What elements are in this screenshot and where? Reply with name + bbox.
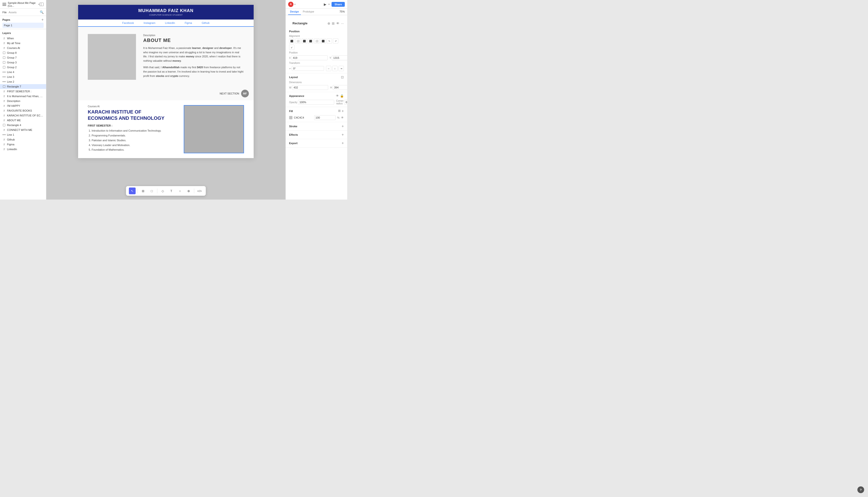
assets-tab[interactable]: Assets: [9, 11, 17, 14]
user-chevron-icon[interactable]: ▾: [294, 3, 296, 5]
element-icon-more[interactable]: ···: [341, 22, 344, 25]
project-chevron-icon[interactable]: ▾: [38, 3, 40, 5]
share-button[interactable]: Share: [332, 2, 345, 7]
nav-figma[interactable]: Figma: [185, 22, 192, 24]
layer-figma[interactable]: T Figma: [0, 142, 46, 147]
pos-x-input[interactable]: [292, 55, 328, 60]
courses-list: Introduction to Information and Communic…: [88, 128, 179, 152]
fill-visibility-icon[interactable]: 👁: [341, 116, 344, 119]
nav-linkedin[interactable]: LinkedIn: [165, 22, 175, 24]
layer-about-me[interactable]: T ABOUT ME: [0, 118, 46, 123]
visibility-icon[interactable]: 👁: [336, 94, 339, 98]
user-avatar[interactable]: A: [288, 2, 293, 7]
layer-karachi[interactable]: T KARACHI INSTITUE OF ECONOMICS: [0, 113, 46, 118]
layer-courses-at[interactable]: T Courses At: [0, 45, 46, 51]
add-page-button[interactable]: +: [41, 18, 44, 22]
project-name[interactable]: Sample About Me Page (Co...: [8, 1, 37, 7]
file-tab[interactable]: File: [2, 11, 7, 14]
ellipse-tool[interactable]: ○: [177, 187, 183, 194]
pages-section: Pages + Page 1: [0, 16, 46, 29]
nav-github[interactable]: Github: [201, 22, 209, 24]
align-tl-button[interactable]: ↖: [327, 38, 332, 44]
constrain-button[interactable]: ⇥: [338, 66, 344, 71]
height-field: H: [330, 85, 347, 90]
code-tool[interactable]: </>: [196, 187, 203, 194]
layer-rectangle7[interactable]: Rectangle 7: [0, 84, 46, 89]
width-input[interactable]: [292, 85, 328, 90]
search-icon[interactable]: 🔍: [40, 10, 44, 14]
courses-title: KARACHI INSTITUE OFECONOMICS AND TECHNOL…: [88, 109, 179, 121]
next-section-label[interactable]: NEXT SECTION: [220, 92, 239, 95]
add-fill-button[interactable]: +: [342, 109, 344, 113]
avatar: MF: [241, 90, 249, 97]
layer-line1[interactable]: Line 1: [0, 132, 46, 137]
canvas-area[interactable]: MUHAMMAD FAIZ KHAN COMPUTER SCIENCE STUD…: [46, 0, 285, 200]
text-icon: T: [2, 37, 6, 40]
align-bottom-button[interactable]: ⬛: [320, 38, 326, 44]
fill-style-icon[interactable]: ⊞: [338, 109, 341, 113]
fill-hex-value[interactable]: C4C4C4: [294, 116, 313, 119]
layer-group3[interactable]: Group 3: [0, 60, 46, 65]
layer-group7[interactable]: Group 7: [0, 55, 46, 60]
nav-facebook[interactable]: Facebook: [122, 22, 134, 24]
add-stroke-button[interactable]: +: [342, 124, 344, 128]
fill-color-swatch[interactable]: [289, 116, 293, 119]
layer-im-happy[interactable]: T I'M HAPPY: [0, 103, 46, 108]
rect-tool[interactable]: □: [149, 187, 155, 194]
layer-description[interactable]: T Description: [0, 99, 46, 103]
align-left-button[interactable]: ⬛: [289, 38, 294, 44]
share-dropdown-icon[interactable]: ▾: [328, 3, 330, 5]
layer-line2[interactable]: Line 2: [0, 79, 46, 84]
layer-group8[interactable]: Group 8: [0, 51, 46, 55]
layer-it-is[interactable]: T It is Muhammad Faiz Khan, a passiona..…: [0, 94, 46, 99]
align-bl-button[interactable]: ↙: [289, 45, 294, 50]
layer-linkedin[interactable]: T LinkedIn: [0, 147, 46, 152]
panel-toggle-icon[interactable]: [40, 3, 44, 6]
add-export-button[interactable]: +: [342, 141, 344, 145]
nav-instagram[interactable]: Instagram: [143, 22, 155, 24]
add-effect-button[interactable]: +: [342, 132, 344, 137]
pen-tool[interactable]: ◇: [159, 187, 166, 194]
layer-github[interactable]: T Github: [0, 137, 46, 142]
layout-resize-icon[interactable]: ⊡: [341, 75, 344, 79]
frame-tool[interactable]: ⊞: [140, 187, 146, 194]
layer-line3[interactable]: Line 3: [0, 74, 46, 79]
component-tool[interactable]: ⊕: [185, 187, 192, 194]
flip-v-button[interactable]: ↕: [332, 66, 338, 71]
align-tr-button[interactable]: ↗: [333, 38, 338, 44]
rotation-input[interactable]: [292, 66, 324, 71]
layer-my-all-time[interactable]: T My all Time: [0, 41, 46, 45]
layer-connect[interactable]: T CONNECT WITH ME: [0, 128, 46, 132]
layer-line4[interactable]: Line 4: [0, 70, 46, 74]
canvas-content[interactable]: MUHAMMAD FAIZ KHAN COMPUTER SCIENCE STUD…: [46, 0, 285, 200]
menu-icon[interactable]: [2, 2, 6, 6]
pos-y-input[interactable]: [332, 55, 347, 60]
align-center-v-button[interactable]: ⬜: [314, 38, 320, 44]
prototype-tab[interactable]: Prototype: [301, 9, 316, 15]
align-center-h-button[interactable]: ⬜: [295, 38, 301, 44]
transform-label: Transform: [289, 62, 344, 65]
lock-icon[interactable]: 🔒: [340, 94, 344, 98]
layer-group2[interactable]: Group 2: [0, 65, 46, 70]
flip-h-button[interactable]: ↔: [326, 66, 331, 71]
align-right-button[interactable]: ⬛: [302, 38, 307, 44]
height-input[interactable]: [333, 85, 347, 90]
layer-fav-books[interactable]: T FAVOURITE BOOKS: [0, 108, 46, 113]
page-1-item[interactable]: Page 1: [2, 23, 44, 28]
element-icon-eye[interactable]: 👁: [336, 22, 339, 25]
text-icon: T: [2, 90, 6, 93]
align-top-button[interactable]: ⬛: [308, 38, 313, 44]
layer-first-semester[interactable]: T FIRST SEMESTER :: [0, 89, 46, 94]
select-tool[interactable]: ↖: [129, 187, 136, 194]
fill-opacity-input[interactable]: [314, 115, 336, 120]
layer-rect4[interactable]: Rectangle 4: [0, 123, 46, 128]
element-icon-target[interactable]: ⊕: [327, 22, 330, 25]
design-tab[interactable]: Design: [288, 9, 301, 15]
text-tool[interactable]: T: [168, 187, 175, 194]
layer-when[interactable]: T When: [0, 36, 46, 41]
radius-input[interactable]: [344, 100, 347, 104]
zoom-value[interactable]: 75%: [339, 9, 345, 15]
play-button[interactable]: ▶: [324, 2, 326, 6]
opacity-input[interactable]: [298, 100, 334, 104]
element-icon-resize[interactable]: ⊞: [332, 22, 335, 25]
